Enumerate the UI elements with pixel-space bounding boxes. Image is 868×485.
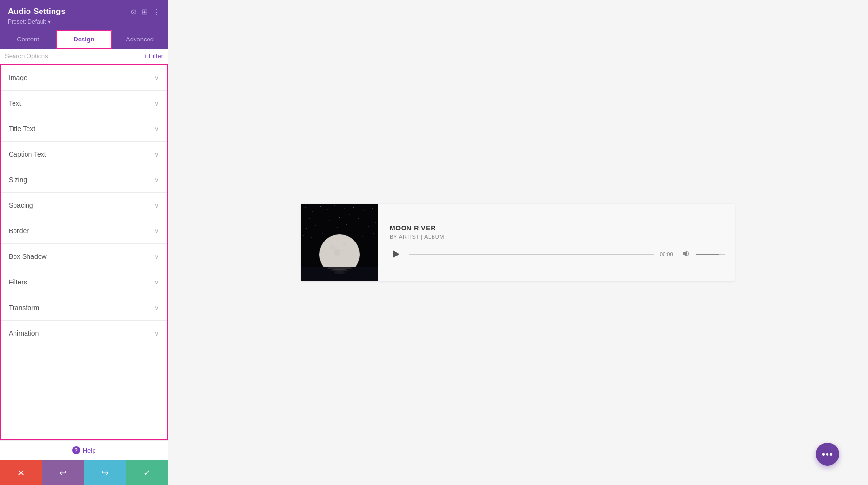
svg-point-3 <box>320 206 320 206</box>
svg-point-12 <box>330 221 330 221</box>
accordion-header-text[interactable]: Text ∨ <box>1 91 167 116</box>
accordion-label-image: Image <box>9 74 27 81</box>
help-button[interactable]: ? Help <box>72 446 96 454</box>
action-bar: ✕ ↩ ↪ ✓ <box>0 460 168 485</box>
svg-point-4 <box>327 210 328 210</box>
progress-bar[interactable] <box>409 254 654 255</box>
svg-point-8 <box>364 211 364 211</box>
accordion-header-filters[interactable]: Filters ∨ <box>1 269 167 295</box>
album-art <box>301 204 378 281</box>
accordion-item-title-text: Title Text ∨ <box>1 116 167 142</box>
volume-icon[interactable] <box>683 250 691 258</box>
save-button[interactable]: ✓ <box>126 460 168 485</box>
svg-point-16 <box>371 216 371 216</box>
preset-label: Preset: Default <box>8 18 46 25</box>
svg-point-10 <box>310 218 310 219</box>
sidebar-header: Audio Settings ⊙ ⊞ ⋮ Preset: Default ▾ <box>0 0 168 30</box>
accordion-header-transform[interactable]: Transform ∨ <box>1 295 167 320</box>
sidebar-footer: ? Help <box>0 440 168 460</box>
accordion-item-text: Text ∨ <box>1 91 167 116</box>
redo-button[interactable]: ↪ <box>84 460 126 485</box>
track-title: MOON RIVER <box>390 224 725 232</box>
fab-button[interactable]: ••• <box>816 443 839 466</box>
undo-icon: ↩ <box>59 468 67 478</box>
svg-point-20 <box>337 227 338 228</box>
grid-icon[interactable]: ⊞ <box>141 7 148 16</box>
chevron-icon-text: ∨ <box>154 100 159 107</box>
panel-title: Audio Settings <box>8 7 66 16</box>
accordion-label-sizing: Sizing <box>9 176 27 184</box>
svg-point-35 <box>343 243 346 246</box>
svg-point-13 <box>339 217 339 217</box>
chevron-icon-box-shadow: ∨ <box>154 253 159 260</box>
svg-point-17 <box>306 228 307 228</box>
main-content: MOON RIVER BY ARTIST | ALBUM 00:00 <box>168 0 868 485</box>
preset-row[interactable]: Preset: Default ▾ <box>8 18 160 25</box>
accordion-header-animation[interactable]: Animation ∨ <box>1 321 167 346</box>
svg-point-26 <box>311 237 312 238</box>
accordion-item-border: Border ∨ <box>1 218 167 244</box>
tab-content[interactable]: Content <box>0 30 56 49</box>
accordion-label-filters: Filters <box>9 278 27 286</box>
preset-arrow-icon: ▾ <box>48 18 51 25</box>
play-button[interactable] <box>390 247 403 261</box>
album-art-svg <box>301 204 378 281</box>
undo-button[interactable]: ↩ <box>42 460 84 485</box>
chevron-icon-title-text: ∨ <box>154 125 159 133</box>
svg-point-14 <box>349 215 350 215</box>
svg-point-23 <box>368 226 368 227</box>
accordion-header-title-text[interactable]: Title Text ∨ <box>1 116 167 141</box>
chevron-icon-transform: ∨ <box>154 304 159 311</box>
svg-point-19 <box>325 230 325 230</box>
svg-point-45 <box>334 272 345 274</box>
volume-bar[interactable] <box>696 254 725 255</box>
accordion-label-caption-text: Caption Text <box>9 150 46 158</box>
accordion-header-box-shadow[interactable]: Box Shadow ∨ <box>1 244 167 269</box>
chevron-icon-spacing: ∨ <box>154 202 159 209</box>
chevron-icon-image: ∨ <box>154 74 159 81</box>
player-info: MOON RIVER BY ARTIST | ALBUM 00:00 <box>388 216 735 269</box>
svg-point-25 <box>303 235 304 236</box>
more-icon[interactable]: ⋮ <box>152 7 160 16</box>
accordion-header-spacing[interactable]: Spacing ∨ <box>1 193 167 218</box>
chevron-icon-sizing: ∨ <box>154 176 159 184</box>
accordion-item-image: Image ∨ <box>1 65 167 91</box>
tab-design[interactable]: Design <box>56 30 112 49</box>
accordion-label-animation: Animation <box>9 329 39 337</box>
accordion-header-border[interactable]: Border ∨ <box>1 218 167 243</box>
track-artist: BY ARTIST | ALBUM <box>390 234 725 240</box>
fab-icon: ••• <box>822 449 833 460</box>
accordion-label-text: Text <box>9 99 21 107</box>
accordion-label-spacing: Spacing <box>9 202 33 209</box>
save-icon: ✓ <box>143 468 150 478</box>
svg-point-44 <box>331 269 348 272</box>
time-display: 00:00 <box>660 251 677 257</box>
accordion-item-animation: Animation ∨ <box>1 321 167 346</box>
svg-point-6 <box>344 209 345 209</box>
accordion-header-sizing[interactable]: Sizing ∨ <box>1 167 167 192</box>
svg-point-31 <box>363 237 363 237</box>
accordion-label-title-text: Title Text <box>9 125 35 133</box>
svg-point-7 <box>353 207 354 207</box>
accordion-item-box-shadow: Box Shadow ∨ <box>1 244 167 269</box>
filter-button[interactable]: + Filter <box>144 53 163 60</box>
sidebar: Audio Settings ⊙ ⊞ ⋮ Preset: Default ▾ C… <box>0 0 168 485</box>
settings-icon[interactable]: ⊙ <box>130 7 136 16</box>
chevron-icon-filters: ∨ <box>154 279 159 286</box>
accordion-item-caption-text: Caption Text ∨ <box>1 142 167 167</box>
cancel-icon: ✕ <box>17 468 25 478</box>
accordion-header-image[interactable]: Image ∨ <box>1 65 167 90</box>
accordion-header-caption-text[interactable]: Caption Text ∨ <box>1 142 167 167</box>
svg-point-24 <box>376 222 376 223</box>
accordion-label-transform: Transform <box>9 304 39 311</box>
cancel-button[interactable]: ✕ <box>0 460 42 485</box>
svg-point-2 <box>313 211 313 212</box>
header-icons: ⊙ ⊞ ⋮ <box>130 7 160 16</box>
search-input[interactable] <box>5 53 140 60</box>
tab-advanced[interactable]: Advanced <box>112 30 168 49</box>
sidebar-bottom: ? Help ✕ ↩ ↪ ✓ <box>0 440 168 485</box>
redo-icon: ↪ <box>101 468 108 478</box>
svg-point-21 <box>346 224 347 224</box>
tabs-row: Content Design Advanced <box>0 30 168 49</box>
svg-point-32 <box>373 233 373 234</box>
